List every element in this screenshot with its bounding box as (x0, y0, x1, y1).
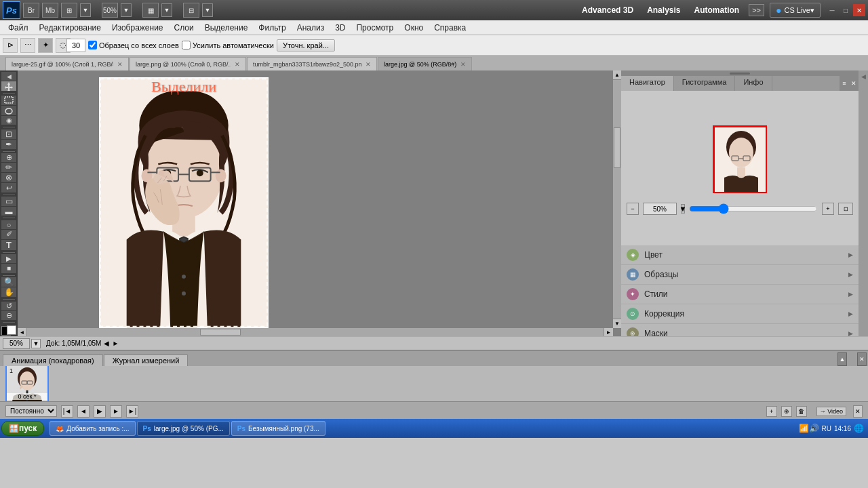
clone-stamp-tool[interactable]: ⊗ (1, 173, 16, 182)
quick-select-tool[interactable]: ◉ (1, 116, 16, 125)
arrange-arrow[interactable]: ▼ (161, 3, 172, 17)
delete-frame-btn[interactable]: 🗑 (796, 406, 807, 417)
text-tool[interactable]: T (1, 240, 16, 250)
tab-largejpg[interactable]: large.jpg @ 50% (RGB/8#) ✕ (378, 57, 472, 70)
bridge-btn[interactable]: Br (23, 3, 39, 18)
tab-close-largepng[interactable]: ✕ (235, 61, 240, 68)
spot-heal-tool[interactable]: ⊕ (1, 153, 16, 162)
pen-tool[interactable]: ✐ (1, 230, 16, 239)
duplicate-frame-btn[interactable]: ⊕ (781, 406, 792, 417)
tab-largepng[interactable]: large.png @ 100% (Слой 0, RGB/... ✕ (130, 57, 246, 70)
brush-size-input[interactable] (66, 39, 85, 52)
frame-1[interactable]: 1 0 сек.* (5, 366, 49, 401)
close-btn[interactable]: ✕ (853, 4, 865, 16)
zoom-in-btn[interactable]: + (822, 203, 834, 215)
scroll-up-btn[interactable]: ▲ (613, 70, 621, 80)
masks-panel-item[interactable]: ⊛ Маски ▶ (621, 324, 859, 336)
status-arrow-right-btn[interactable]: ► (112, 340, 119, 347)
info-tab[interactable]: Инфо (735, 76, 772, 91)
tab-largue25[interactable]: largue-25.gif @ 100% (Слой 1, RGB/8... ✕ (5, 57, 129, 70)
status-zoom-input[interactable]: 50% (3, 338, 30, 349)
background-color[interactable] (7, 325, 16, 335)
navigator-tab[interactable]: Навигатор (621, 76, 674, 91)
menu-image[interactable]: Изображение (106, 22, 169, 34)
panel-options-btn[interactable]: ≡ (840, 76, 849, 91)
mini-bridge-btn[interactable]: Mb (42, 3, 58, 18)
anim-play-btn[interactable]: ▶ (94, 405, 106, 418)
tab-close-largue25[interactable]: ✕ (117, 61, 123, 68)
taskbar-firefox[interactable]: 🦊 Добавить запись :... (50, 421, 135, 436)
taskbar-ps-bezymyannyj[interactable]: Ps Безымянный.png (73... (231, 421, 326, 436)
tab-tumblr[interactable]: tumblr_mgban333TS1rbawz9o2_500.png @ 50%… (247, 57, 377, 70)
eyedropper-tool[interactable]: ✒ (1, 140, 16, 149)
menu-window[interactable]: Окно (399, 22, 429, 34)
move-tool[interactable] (1, 81, 16, 91)
right-edge-panel[interactable]: ◀ (859, 70, 868, 336)
canvas-image[interactable]: Выделили (99, 77, 269, 328)
h-scroll-thumb[interactable] (200, 329, 241, 336)
zoom-increment-btn[interactable]: ▼ (31, 339, 41, 348)
hand-tool[interactable]: ✋ (1, 287, 16, 297)
tab-close-largejpg[interactable]: ✕ (460, 61, 466, 68)
cs-live-btn[interactable]: ● CS Live▾ (770, 3, 821, 18)
minimize-btn[interactable]: ─ (826, 4, 838, 16)
scroll-down-btn[interactable]: ▼ (613, 319, 621, 328)
auto-enhance-checkbox[interactable]: Усилить автоматически (182, 41, 274, 49)
brush-tool[interactable]: ✏ (1, 163, 16, 172)
scroll-left-btn[interactable]: ◄ (18, 328, 27, 336)
anim-last-frame-btn[interactable]: ►| (126, 405, 138, 418)
history-brush-tool[interactable]: ↩ (1, 183, 16, 192)
anim-prev-frame-btn[interactable]: ◄ (77, 405, 90, 418)
zoom-arrow-btn[interactable]: ▼ (681, 204, 685, 214)
histogram-tab[interactable]: Гистограмма (674, 76, 736, 91)
screen-mode-btn[interactable]: ⊞ (61, 3, 77, 18)
analysis-menu[interactable]: Analysis (643, 4, 684, 16)
scroll-right-btn[interactable]: ► (604, 328, 613, 336)
anim-convert-btn[interactable]: → Video (816, 407, 846, 416)
animation-close-btn[interactable]: ✕ (857, 352, 867, 366)
arrange-btn[interactable]: ▦ (142, 3, 159, 18)
menu-layers[interactable]: Слои (169, 22, 199, 34)
taskbar-ps-large[interactable]: Ps large.jpg @ 50% (РG... (137, 421, 230, 436)
panel-expand-btn[interactable]: ▲ (837, 352, 847, 366)
v-scroll-thumb[interactable] (614, 127, 620, 168)
zoom-btn[interactable]: 50% (102, 3, 118, 18)
refine-edge-btn[interactable]: Уточн. край... (277, 39, 335, 52)
anim-first-frame-btn[interactable]: |◄ (61, 405, 73, 418)
automation-menu[interactable]: Automation (690, 4, 743, 16)
zoom-value-input[interactable]: 50% (643, 203, 677, 215)
menu-view[interactable]: Просмотр (351, 22, 399, 34)
menu-filter[interactable]: Фильтр (253, 22, 291, 34)
nav-fit-btn[interactable]: ⊡ (838, 203, 853, 215)
add-frame-btn[interactable]: + (766, 406, 777, 417)
zoom-tool[interactable]: 🔍 (1, 277, 16, 287)
loop-select[interactable]: Постоянно (5, 405, 57, 417)
menu-file[interactable]: Файл (3, 22, 34, 34)
h-scrollbar[interactable]: ◄ ► (18, 328, 613, 336)
panel-close-btn[interactable]: ✕ (849, 76, 859, 91)
zoom-out-view[interactable]: ⊖ (1, 311, 16, 320)
toolbar-collapse-btn[interactable]: ◀ (1, 72, 16, 81)
workspace-arrow[interactable]: ▼ (202, 3, 213, 17)
path-select-tool[interactable]: ▶ (1, 254, 16, 263)
panel-resize-handle[interactable] (621, 70, 859, 76)
sample-all-layers-checkbox[interactable]: Образец со всех слоев (88, 41, 179, 49)
workspace-btn[interactable]: ⊟ (183, 3, 199, 18)
tab-close-tumblr[interactable]: ✕ (366, 61, 371, 68)
restore-btn[interactable]: □ (840, 4, 852, 16)
magic-wand-tool[interactable]: ✦ (38, 38, 53, 53)
marquee-tool[interactable] (1, 96, 16, 105)
start-button[interactable]: 🪟 пуск (1, 421, 44, 436)
zoom-out-btn[interactable]: − (627, 203, 639, 215)
extend-btn[interactable]: >> (749, 4, 764, 16)
adjustments-panel-item[interactable]: ⊙ Коррекция ▶ (621, 304, 859, 324)
styles-panel-item[interactable]: ✦ Стили ▶ (621, 285, 859, 304)
crop-tool[interactable]: ⊡ (1, 129, 16, 139)
quick-selection-tool[interactable]: ⋯ (20, 38, 35, 53)
nav-thumbnail[interactable] (713, 125, 767, 193)
dodge-tool[interactable]: ○ (1, 220, 16, 229)
menu-analysis[interactable]: Анализ (292, 22, 330, 34)
zoom-slider[interactable] (689, 203, 818, 214)
lasso-tool[interactable] (1, 106, 16, 115)
screen-mode-arrow[interactable]: ▼ (80, 3, 91, 17)
